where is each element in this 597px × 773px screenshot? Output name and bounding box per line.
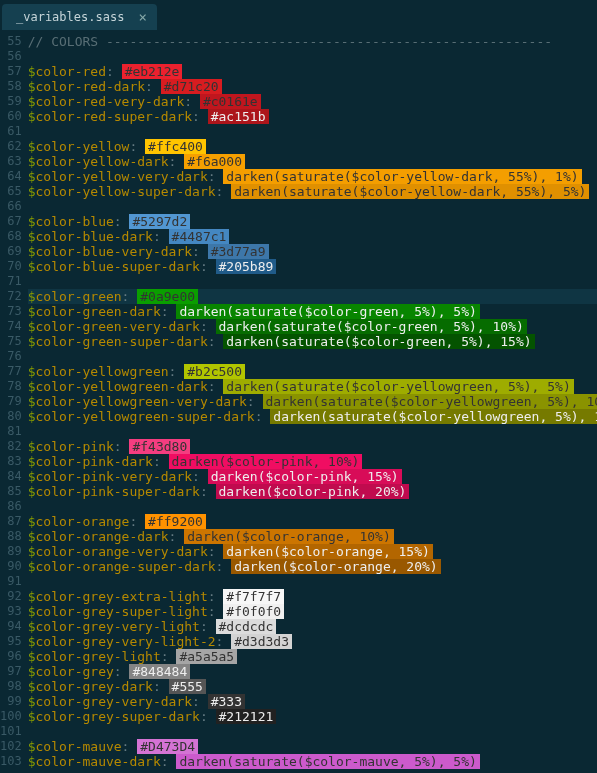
line-number: 94 xyxy=(0,619,22,634)
dollar-sign: $ xyxy=(28,664,36,679)
color-expression: darken(saturate($color-yellow-dark, 55%)… xyxy=(223,169,581,184)
dollar-sign: $ xyxy=(28,379,36,394)
code-line: $color-orange-super-dark: darken($color-… xyxy=(28,559,597,574)
colon: : xyxy=(208,604,224,619)
dollar-sign: $ xyxy=(28,484,36,499)
dollar-sign: $ xyxy=(28,184,36,199)
color-expression: darken(saturate($color-yellowgreen, 5%),… xyxy=(223,379,573,394)
dollar-sign: $ xyxy=(28,514,36,529)
color-expression: darken(saturate($color-yellow-dark, 55%)… xyxy=(231,184,589,199)
variable-name: color-yellowgreen-super-dark xyxy=(36,409,255,424)
variable-name: color-green-dark xyxy=(36,304,161,319)
line-number: 102 xyxy=(0,739,22,754)
code-line: $color-pink-dark: darken($color-pink, 10… xyxy=(28,454,597,469)
color-swatch: #dcdcdc xyxy=(216,619,277,634)
colon: : xyxy=(153,679,169,694)
tab-variables-sass[interactable]: _variables.sass × xyxy=(2,4,157,30)
code-line xyxy=(28,574,597,589)
code-line: $color-pink-very-dark: darken($color-pin… xyxy=(28,469,597,484)
line-number: 64 xyxy=(0,169,22,184)
code-line: $color-pink: #f43d80 xyxy=(28,439,597,454)
line-number: 87 xyxy=(0,514,22,529)
color-swatch: #c0161e xyxy=(200,94,261,109)
line-number: 55 xyxy=(0,34,22,49)
colon: : xyxy=(153,229,169,244)
colon: : xyxy=(114,664,130,679)
colon: : xyxy=(192,109,208,124)
dollar-sign: $ xyxy=(28,439,36,454)
comment: // COLORS ------------------------------… xyxy=(28,34,552,49)
color-swatch: #4487c1 xyxy=(169,229,230,244)
line-number: 90 xyxy=(0,559,22,574)
variable-name: color-blue-dark xyxy=(36,229,153,244)
dollar-sign: $ xyxy=(28,214,36,229)
color-swatch: #ff9200 xyxy=(145,514,206,529)
color-swatch: #5297d2 xyxy=(129,214,190,229)
code-line: $color-blue-super-dark: #205b89 xyxy=(28,259,597,274)
line-number: 56 xyxy=(0,49,22,64)
line-number: 61 xyxy=(0,124,22,139)
code-line: $color-red-dark: #d71c20 xyxy=(28,79,597,94)
colon: : xyxy=(114,214,130,229)
code-area[interactable]: // COLORS ------------------------------… xyxy=(28,30,597,769)
colon: : xyxy=(145,79,161,94)
variable-name: color-mauve-dark xyxy=(36,754,161,769)
line-number: 79 xyxy=(0,394,22,409)
line-number: 78 xyxy=(0,379,22,394)
line-number: 59 xyxy=(0,94,22,109)
variable-name: color-yellow-dark xyxy=(36,154,169,169)
variable-name: color-mauve xyxy=(36,739,122,754)
colon: : xyxy=(161,754,177,769)
close-icon[interactable]: × xyxy=(138,11,146,23)
line-number: 88 xyxy=(0,529,22,544)
color-swatch: #d3d3d3 xyxy=(231,634,292,649)
line-number: 92 xyxy=(0,589,22,604)
line-number: 66 xyxy=(0,199,22,214)
colon: : xyxy=(114,439,130,454)
colon: : xyxy=(169,529,185,544)
colon: : xyxy=(161,304,177,319)
variable-name: color-grey-super-dark xyxy=(36,709,200,724)
code-editor[interactable]: 5556575859606162636465666768697071727374… xyxy=(0,30,597,769)
line-number: 57 xyxy=(0,64,22,79)
color-expression: darken($color-orange, 10%) xyxy=(184,529,394,544)
variable-name: color-red-very-dark xyxy=(36,94,185,109)
variable-name: color-grey xyxy=(36,664,114,679)
code-line: $color-green: #0a9e00 xyxy=(28,289,597,304)
dollar-sign: $ xyxy=(28,619,36,634)
dollar-sign: $ xyxy=(28,709,36,724)
line-number: 65 xyxy=(0,184,22,199)
variable-name: color-green-very-dark xyxy=(36,319,200,334)
variable-name: color-yellow-super-dark xyxy=(36,184,216,199)
variable-name: color-pink-dark xyxy=(36,454,153,469)
code-line xyxy=(28,499,597,514)
line-number: 70 xyxy=(0,259,22,274)
dollar-sign: $ xyxy=(28,394,36,409)
variable-name: color-red xyxy=(36,64,106,79)
code-line xyxy=(28,124,597,139)
colon: : xyxy=(216,634,232,649)
variable-name: color-pink-super-dark xyxy=(36,484,200,499)
dollar-sign: $ xyxy=(28,634,36,649)
code-line: $color-grey-very-light: #dcdcdc xyxy=(28,619,597,634)
line-number: 99 xyxy=(0,694,22,709)
code-line: $color-yellow-very-dark: darken(saturate… xyxy=(28,169,597,184)
colon: : xyxy=(169,364,185,379)
colon: : xyxy=(184,94,200,109)
code-line: $color-yellowgreen-dark: darken(saturate… xyxy=(28,379,597,394)
code-line: $color-green-super-dark: darken(saturate… xyxy=(28,334,597,349)
dollar-sign: $ xyxy=(28,154,36,169)
line-number: 86 xyxy=(0,499,22,514)
code-line: $color-blue-dark: #4487c1 xyxy=(28,229,597,244)
color-swatch: #D473D4 xyxy=(137,739,198,754)
dollar-sign: $ xyxy=(28,739,36,754)
variable-name: color-pink xyxy=(36,439,114,454)
variable-name: color-yellow xyxy=(36,139,130,154)
color-swatch: #f43d80 xyxy=(129,439,190,454)
code-line: $color-yellowgreen: #b2c500 xyxy=(28,364,597,379)
color-swatch: #a5a5a5 xyxy=(176,649,237,664)
colon: : xyxy=(208,169,224,184)
color-expression: darken(saturate($color-green, 5%), 5%) xyxy=(176,304,479,319)
color-swatch: #f0f0f0 xyxy=(223,604,284,619)
line-number: 67 xyxy=(0,214,22,229)
